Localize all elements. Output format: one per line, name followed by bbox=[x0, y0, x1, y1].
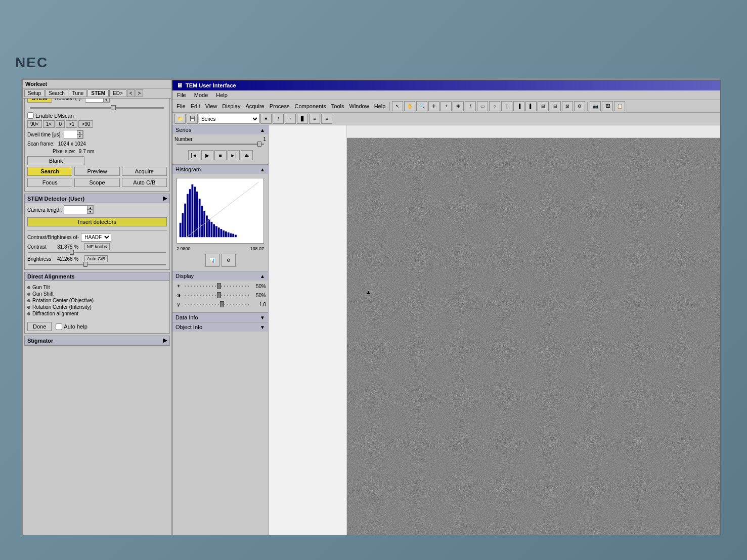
cursor-icon[interactable]: ↖ bbox=[392, 101, 403, 111]
dwell-decrement[interactable]: ▼ bbox=[77, 134, 83, 138]
camera-decrement[interactable]: ▼ bbox=[87, 210, 93, 214]
align-icon[interactable]: ≡ bbox=[309, 114, 320, 124]
menu-display[interactable]: Display bbox=[220, 103, 242, 110]
save-icon[interactable]: 💾 bbox=[187, 114, 198, 124]
search-button[interactable]: Search bbox=[27, 167, 72, 176]
hist-tool-2[interactable]: ⚙ bbox=[222, 254, 236, 267]
folder-icon[interactable]: 📁 bbox=[174, 114, 186, 124]
menu-file[interactable]: File bbox=[174, 103, 188, 110]
speed-1-plus[interactable]: >1 bbox=[66, 120, 77, 128]
display-gamma-slider[interactable] bbox=[185, 304, 249, 305]
histogram-header[interactable]: Histogram ▲ bbox=[172, 165, 268, 174]
snap3-icon[interactable]: 📋 bbox=[614, 101, 625, 111]
bar1-icon[interactable]: ▐ bbox=[513, 101, 524, 111]
scope-button[interactable]: Scope bbox=[74, 178, 119, 187]
rotation-slider[interactable] bbox=[30, 107, 164, 109]
nav-next-btn[interactable]: > bbox=[136, 89, 144, 97]
menu-window[interactable]: Window bbox=[347, 103, 371, 110]
menu-acquire[interactable]: Acquire bbox=[243, 103, 266, 110]
menu-view[interactable]: View bbox=[203, 103, 219, 110]
hist-tool-1[interactable]: 📊 bbox=[205, 254, 219, 267]
menu-help[interactable]: Help bbox=[372, 103, 388, 110]
display-contrast-slider[interactable] bbox=[185, 295, 249, 296]
display-brightness-slider[interactable] bbox=[185, 286, 249, 287]
stem-detector-expand[interactable]: ▶ bbox=[163, 195, 167, 202]
tab-search[interactable]: Search bbox=[45, 89, 68, 97]
grid2-icon[interactable]: ⊟ bbox=[550, 101, 561, 111]
speed-90-plus[interactable]: >90 bbox=[78, 120, 93, 128]
dwell-input[interactable]: 1 bbox=[64, 131, 77, 138]
grid3-icon[interactable]: ⊠ bbox=[562, 101, 573, 111]
data-info-header[interactable]: Data Info ▼ bbox=[172, 312, 268, 322]
haadf-select[interactable]: HAADF bbox=[81, 233, 111, 242]
vertical-bar-icon[interactable]: ⫱ bbox=[273, 114, 284, 124]
grid1-icon[interactable]: ⊞ bbox=[538, 101, 549, 111]
play-button[interactable]: ▶ bbox=[201, 150, 213, 160]
eject-button[interactable]: ⏏ bbox=[241, 150, 253, 160]
align2-icon[interactable]: ≡ bbox=[321, 114, 332, 124]
series-collapse[interactable]: ▲ bbox=[260, 127, 265, 133]
tab-setup[interactable]: Setup bbox=[24, 89, 45, 97]
hand-icon[interactable]: ✋ bbox=[404, 101, 415, 111]
zoom-icon[interactable]: 🔍 bbox=[416, 101, 427, 111]
tem-menu-mode[interactable]: Mode bbox=[192, 91, 210, 99]
snap1-icon[interactable]: 📷 bbox=[590, 101, 601, 111]
acquire-button[interactable]: Acquire bbox=[122, 167, 167, 176]
histogram-collapse[interactable]: ▲ bbox=[260, 167, 265, 172]
settings-icon[interactable]: ⚙ bbox=[574, 101, 585, 111]
menu-edit[interactable]: Edit bbox=[189, 103, 202, 110]
series-header[interactable]: Series ▲ bbox=[172, 125, 268, 134]
snap2-icon[interactable]: 🖼 bbox=[602, 101, 613, 111]
tem-menu-help-1[interactable]: Help bbox=[214, 91, 230, 99]
auto-cb-button-stem[interactable]: Auto C/B bbox=[122, 178, 167, 187]
auto-cb-button-detector[interactable]: Auto C/B bbox=[84, 255, 108, 262]
done-button[interactable]: Done bbox=[27, 322, 52, 331]
mf-knobs-button[interactable]: MF knobs bbox=[84, 243, 110, 250]
auto-help-checkbox[interactable] bbox=[56, 323, 62, 330]
circle-icon[interactable]: ○ bbox=[489, 101, 500, 111]
tab-stem[interactable]: STEM bbox=[87, 89, 109, 97]
dwell-increment[interactable]: ▲ bbox=[77, 130, 83, 134]
list-item-gun-tilt[interactable]: Gun Tilt bbox=[27, 284, 167, 291]
tab-tune[interactable]: Tune bbox=[69, 89, 87, 97]
display-header[interactable]: Display ▲ bbox=[172, 271, 268, 281]
stop-button[interactable]: ■ bbox=[214, 150, 227, 160]
plus-icon[interactable]: + bbox=[441, 101, 452, 111]
camera-length-spinbox[interactable]: 200 mm ▲ ▼ bbox=[64, 205, 94, 214]
display-collapse[interactable]: ▲ bbox=[260, 273, 265, 279]
speed-1-minus[interactable]: 1< bbox=[43, 120, 55, 128]
speed-0[interactable]: 0 bbox=[56, 120, 65, 128]
rotation-decrement[interactable]: ▼ bbox=[103, 98, 109, 102]
bar-chart-icon[interactable]: ▊ bbox=[297, 114, 308, 124]
list-item-rotation-center-obj[interactable]: Rotation Center (Objective) bbox=[27, 297, 167, 304]
blank-button[interactable]: Blank bbox=[27, 156, 84, 165]
series-select[interactable]: Series bbox=[199, 114, 259, 124]
skip-back-button[interactable]: |◄ bbox=[188, 150, 200, 160]
dropdown-arrow-icon[interactable]: ▼ bbox=[260, 114, 272, 124]
tab-ed[interactable]: ED> bbox=[109, 89, 126, 97]
list-item-gun-shift[interactable]: Gun Shift bbox=[27, 291, 167, 297]
slash-icon[interactable]: / bbox=[465, 101, 476, 111]
data-info-collapse[interactable]: ▼ bbox=[260, 315, 265, 320]
camera-length-input[interactable]: 200 mm bbox=[64, 207, 87, 213]
preview-button[interactable]: Preview bbox=[74, 167, 119, 176]
object-info-header[interactable]: Object Info ▼ bbox=[172, 322, 268, 332]
plus2-icon[interactable]: ✚ bbox=[453, 101, 464, 111]
camera-increment[interactable]: ▲ bbox=[87, 206, 93, 210]
text-icon[interactable]: T bbox=[501, 101, 512, 111]
speed-90-minus[interactable]: 90< bbox=[27, 120, 42, 128]
menu-process[interactable]: Process bbox=[268, 103, 292, 110]
object-info-collapse[interactable]: ▼ bbox=[260, 324, 265, 330]
menu-components[interactable]: Components bbox=[292, 103, 328, 110]
pointer-icon[interactable]: ↕ bbox=[285, 114, 296, 124]
nav-prev-btn[interactable]: < bbox=[127, 89, 135, 97]
list-item-diffraction[interactable]: Diffraction alignment bbox=[27, 310, 167, 317]
menu-tools[interactable]: Tools bbox=[329, 103, 346, 110]
list-item-rotation-center-int[interactable]: Rotation Center (Intensity) bbox=[27, 304, 167, 310]
tem-menu-file-1[interactable]: File bbox=[175, 91, 188, 99]
rect-icon[interactable]: ▭ bbox=[477, 101, 488, 111]
stigmator-expand[interactable]: ▶ bbox=[163, 337, 167, 344]
skip-forward-button[interactable]: ►| bbox=[228, 150, 240, 160]
dwell-spinbox[interactable]: 1 ▲ ▼ bbox=[64, 130, 83, 139]
insert-detectors-button[interactable]: Insert detectors bbox=[27, 217, 167, 226]
